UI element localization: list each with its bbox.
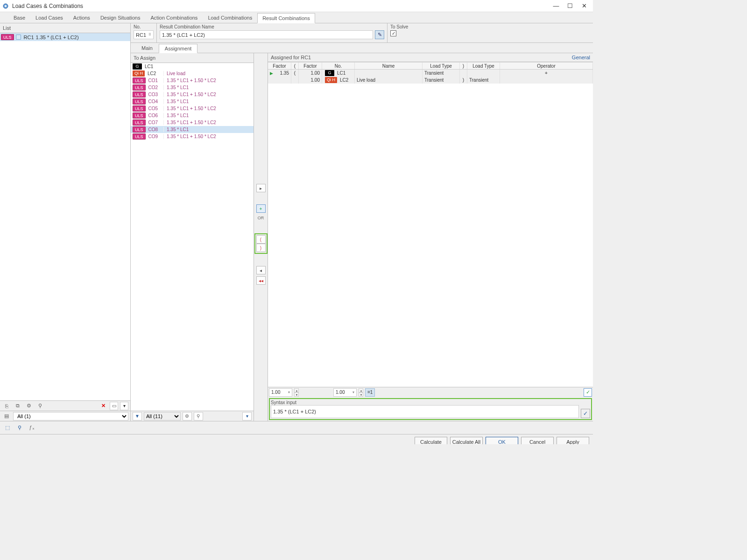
- titlebar: Load Cases & Combinations — ☐ ✕: [0, 0, 593, 12]
- filter-funnel-icon[interactable]: ▼: [133, 412, 142, 420]
- left-toolbar: ⎘ ⧉ ⚙ ⚲ ✕ ▭ ▾: [0, 400, 130, 411]
- new-icon[interactable]: ⎘: [2, 402, 11, 410]
- cancel-button[interactable]: Cancel: [521, 437, 554, 445]
- footer: Calculate Calculate All OK Cancel Apply: [0, 434, 593, 444]
- app-icon: [2, 2, 9, 10]
- ok-button[interactable]: OK: [486, 437, 518, 445]
- assigned-grid: Factor ( Factor No. Name Load Type ) Loa…: [268, 62, 593, 84]
- list-header: List: [0, 23, 130, 33]
- view-dropdown[interactable]: ▾: [120, 402, 128, 410]
- edit-name-icon[interactable]: ✎: [375, 30, 384, 39]
- col-paren1: (: [291, 63, 299, 69]
- row-tag: Qi H: [325, 77, 337, 83]
- left-filter-select[interactable]: All (1): [13, 412, 128, 420]
- maximize-button[interactable]: ☐: [563, 1, 577, 11]
- tab-action-combinations[interactable]: Action Combinations: [145, 13, 203, 23]
- to-assign-row[interactable]: ULSCO31.35 * LC1 + 1.50 * LC2: [131, 91, 254, 98]
- tool2-icon[interactable]: ⚲: [35, 402, 45, 410]
- row-desc: 1.35 * LC1: [163, 113, 254, 118]
- factor1-stepper[interactable]: ▴▾: [294, 388, 299, 397]
- minimize-button[interactable]: —: [549, 1, 563, 11]
- confirm-check-icon[interactable]: ✓: [584, 388, 592, 397]
- to-assign-row[interactable]: ULSCO81.35 * LC1: [131, 126, 254, 133]
- syntax-label: Syntax input: [271, 400, 590, 405]
- syntax-apply-icon[interactable]: ✓: [581, 409, 590, 418]
- to-assign-row[interactable]: ULSCO51.35 * LC1 + 1.50 * LC2: [131, 105, 254, 112]
- row-tag: ULS: [133, 133, 146, 140]
- close-button[interactable]: ✕: [577, 1, 591, 11]
- view-toggle[interactable]: ▭: [110, 402, 118, 410]
- paren-group: ( ): [254, 233, 268, 254]
- collapse-icon[interactable]: ▾: [242, 412, 252, 420]
- to-assign-row[interactable]: ULSCO11.35 * LC1 + 1.50 * LC2: [131, 77, 254, 84]
- row-tag: ULS: [133, 77, 146, 84]
- subtab-main[interactable]: Main: [135, 43, 159, 53]
- factor2-spin[interactable]: 1.00: [333, 388, 357, 397]
- no-input[interactable]: RC1: [134, 30, 154, 39]
- general-link[interactable]: General: [572, 55, 590, 60]
- tab-base[interactable]: Base: [8, 13, 30, 23]
- eq1-button[interactable]: =1: [365, 388, 375, 397]
- col-factor1: Factor: [268, 63, 291, 69]
- tool1-icon[interactable]: ⚙: [24, 402, 34, 410]
- window-title: Load Cases & Combinations: [12, 3, 549, 9]
- col-loadtype2: Load Type: [467, 63, 500, 69]
- factor-spin-row: 1.00 ▴▾ 1.00 ▴▾ =1 ✓: [268, 387, 593, 397]
- list-row[interactable]: ULS RC1 1.35 * (LC1 + LC2): [0, 33, 130, 41]
- delete-icon[interactable]: ✕: [99, 402, 108, 410]
- left-filter-row: ▤ All (1): [0, 411, 130, 421]
- tab-design-situations[interactable]: Design Situations: [95, 13, 146, 23]
- row-desc: 1.35 * LC1 + 1.50 * LC2: [163, 78, 254, 83]
- apply-button[interactable]: Apply: [557, 437, 589, 445]
- tab-actions[interactable]: Actions: [68, 13, 95, 23]
- status-icon2[interactable]: ⚲: [15, 424, 24, 432]
- row-desc: Live load: [163, 71, 254, 76]
- list-body: ULS RC1 1.35 * (LC1 + LC2): [0, 33, 130, 400]
- calculate-button[interactable]: Calculate: [415, 437, 447, 445]
- tab-load-combinations[interactable]: Load Combinations: [203, 13, 257, 23]
- list-row-name: 1.35 * (LC1 + LC2): [36, 35, 79, 40]
- paren-close-button[interactable]: ): [256, 244, 266, 252]
- paren-open-button[interactable]: (: [256, 235, 266, 244]
- assigned-row[interactable]: 1.00Qi HLC2Live loadTransient)Transient: [268, 77, 593, 84]
- name-input[interactable]: 1.35 * (LC1 + LC2): [160, 30, 373, 39]
- assigned-row[interactable]: ▶1.35(1.00GLC1Transient+: [268, 70, 593, 77]
- main-tabbar: Base Load Cases Actions Design Situation…: [0, 12, 593, 23]
- or-label[interactable]: OR: [256, 215, 266, 221]
- to-assign-row[interactable]: ULSCO61.35 * LC1: [131, 112, 254, 119]
- factor2-stepper[interactable]: ▴▾: [359, 388, 363, 397]
- status-icon1[interactable]: ⬚: [3, 424, 12, 432]
- calculate-all-button[interactable]: Calculate All: [450, 437, 483, 445]
- syntax-input[interactable]: 1.35 * (LC1 + LC2): [271, 405, 579, 418]
- unassign-all-icon[interactable]: ◂◂: [256, 276, 266, 285]
- to-assign-filter-row: ▼ All (11) ⚙ ⚲ ▾: [131, 411, 254, 421]
- filter-tool2-icon[interactable]: ⚲: [194, 412, 203, 420]
- uls-tag: ULS: [1, 34, 14, 40]
- to-assign-row[interactable]: GLC1: [131, 63, 254, 70]
- factor1-spin[interactable]: 1.00: [269, 388, 292, 397]
- add-plus-icon[interactable]: +: [256, 204, 266, 213]
- to-assign-row[interactable]: ULSCO21.35 * LC1: [131, 84, 254, 91]
- status-icon3[interactable]: ƒₓ: [27, 424, 36, 432]
- tab-load-cases[interactable]: Load Cases: [30, 13, 68, 23]
- assigned-panel: Assigned for RC1 General Factor ( Factor…: [268, 53, 593, 421]
- assign-right-icon[interactable]: ▸: [256, 184, 266, 192]
- copy-icon[interactable]: ⧉: [13, 402, 22, 410]
- name-label: Result Combination Name: [160, 24, 384, 29]
- to-assign-filter-select[interactable]: All (11): [144, 412, 181, 420]
- subtab-assignment[interactable]: Assignment: [159, 44, 197, 53]
- right-panel: No. RC1 Result Combination Name 1.35 * (…: [131, 23, 593, 421]
- row-tag: ULS: [133, 126, 146, 133]
- to-assign-row[interactable]: ULSCO91.35 * LC1 + 1.50 * LC2: [131, 133, 254, 140]
- subtabs: Main Assignment: [131, 43, 593, 53]
- to-assign-row[interactable]: ULSCO71.35 * LC1 + 1.50 * LC2: [131, 119, 254, 126]
- to-assign-row[interactable]: Qi HLC2Live load: [131, 70, 254, 77]
- tab-result-combinations[interactable]: Result Combinations: [257, 13, 315, 23]
- row-desc: 1.35 * LC1 + 1.50 * LC2: [163, 134, 254, 139]
- to-assign-row[interactable]: ULSCO41.35 * LC1: [131, 98, 254, 105]
- solve-checkbox[interactable]: ✓: [390, 30, 396, 36]
- filter-icon[interactable]: ▤: [2, 412, 11, 420]
- filter-tool1-icon[interactable]: ⚙: [183, 412, 192, 420]
- unassign-left-icon[interactable]: ◂: [256, 266, 266, 274]
- row-desc: 1.35 * LC1 + 1.50 * LC2: [163, 92, 254, 97]
